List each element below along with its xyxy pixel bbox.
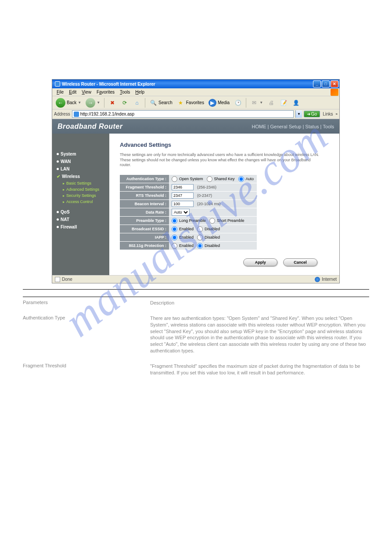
label-essid: Broadcast ESSID : [120, 225, 169, 233]
ctrl-gprotection: Enabled Disabled [169, 242, 257, 250]
menubar: File Edit View Favorites Tools Help [52, 88, 339, 96]
menu-file[interactable]: File [54, 89, 66, 95]
sidebar-sub-basic[interactable]: ▸Basic Settings [52, 180, 109, 186]
radio-shared-key[interactable]: Shared Key [207, 176, 235, 182]
ctrl-beacon: (20-1024 ms) [169, 200, 257, 208]
range-rts: (0-2347) [197, 193, 212, 198]
radio-long-preamble[interactable]: Long Preamble [172, 218, 206, 224]
history-button[interactable]: 🕑 [232, 98, 244, 108]
edit-icon: 📝 [280, 99, 288, 107]
sidebar-item-lan[interactable]: LAN [52, 165, 109, 173]
messenger-button[interactable]: 👤 [290, 98, 302, 108]
sub-label: Basic Settings [66, 181, 91, 185]
input-rts[interactable] [172, 192, 194, 199]
radio-iapp-disabled[interactable]: Disabled [197, 235, 220, 240]
stop-button[interactable]: ✖ [107, 98, 118, 108]
apply-button[interactable]: Apply [243, 258, 277, 266]
chevron-down-icon: ▼ [78, 101, 81, 105]
arrow-icon: ▸ [63, 200, 65, 204]
search-button[interactable]: 🔍Search [147, 98, 174, 108]
sidebar-sub-advanced[interactable]: ▸Advanced Settings [52, 186, 109, 192]
menu-edit[interactable]: Edit [66, 89, 79, 95]
sidebar-label: Firewall [61, 225, 77, 229]
menu-view[interactable]: View [79, 89, 94, 95]
input-fragment[interactable] [172, 184, 194, 190]
sidebar-sub-security[interactable]: ▸Security Settings [52, 192, 109, 199]
blurb-header-label: Parameters [23, 300, 150, 306]
menu-favorites[interactable]: Favorites [94, 89, 117, 95]
radio-gprot-enabled[interactable]: Enabled [172, 243, 194, 249]
radio-auto[interactable]: Auto [238, 176, 254, 182]
sidebar-sub-access[interactable]: ▸Access Control [52, 199, 109, 205]
ctrl-iapp: Enabled Disabled [169, 233, 257, 241]
address-input-wrapper [72, 110, 294, 118]
blurb-frag-text: "Fragment Threshold" specifies the maxim… [150, 363, 369, 376]
ctrl-essid: Enabled Disabled [169, 225, 257, 233]
home-icon: ⌂ [133, 99, 141, 107]
links-label[interactable]: Links [322, 112, 334, 116]
sidebar-item-wireless[interactable]: ✔Wireless [52, 173, 109, 180]
row-data-rate: Data Rate : Auto [120, 208, 329, 216]
status-bar: Done Internet [52, 275, 339, 283]
mail-button[interactable]: ✉▼ [248, 98, 265, 108]
address-dropdown[interactable]: ▼ [295, 110, 302, 118]
blurb-auth-label: Authentication Type [23, 315, 150, 354]
forward-button[interactable]: → ▼ [84, 97, 102, 109]
arrow-icon: ▸ [63, 188, 65, 192]
check-icon: ✔ [57, 174, 60, 179]
refresh-icon: ⟳ [121, 99, 129, 107]
blurb-header-text: Description [150, 300, 369, 306]
sidebar-item-nat[interactable]: NAT [52, 216, 109, 223]
cancel-button[interactable]: Cancel [283, 258, 317, 266]
ctrl-preamble: Long Preamble Short Preamble [169, 217, 257, 225]
close-button[interactable]: ✕ [331, 80, 338, 87]
refresh-button[interactable]: ⟳ [119, 98, 130, 108]
home-button[interactable]: ⌂ [131, 98, 143, 108]
menu-tools[interactable]: Tools [117, 89, 133, 95]
toolbar: ← Back ▼ → ▼ ✖ ⟳ ⌂ 🔍Search ★Favorites ▶M… [52, 96, 339, 109]
url-input[interactable] [80, 112, 292, 116]
radio-iapp-enabled[interactable]: Enabled [172, 235, 194, 240]
header-nav[interactable]: HOME | General Setup | Status | Tools [252, 124, 334, 129]
ctrl-rts: (0-2347) [169, 192, 257, 200]
media-button[interactable]: ▶Media [207, 98, 231, 108]
ctrl-auth-type: Open System Shared Key Auto [169, 175, 257, 183]
minimize-button[interactable]: _ [313, 80, 321, 87]
go-button[interactable]: ➜ Go [304, 111, 320, 117]
sidebar-item-wan[interactable]: WAN [52, 158, 109, 165]
print-button[interactable]: 🖨 [266, 98, 277, 108]
radio-short-preamble[interactable]: Short Preamble [209, 218, 245, 224]
radio-gprot-disabled[interactable]: Disabled [197, 243, 220, 249]
maximize-button[interactable]: □ [322, 80, 330, 87]
back-button[interactable]: ← Back ▼ [54, 97, 83, 109]
row-essid: Broadcast ESSID : Enabled Disabled [120, 225, 329, 233]
label-auth-type: Authentication Type : [120, 175, 169, 183]
back-icon: ← [56, 98, 65, 108]
links-chevron-icon[interactable]: » [336, 112, 338, 116]
radio-open-system[interactable]: Open System [172, 176, 203, 182]
chevron-down-icon: ▼ [259, 101, 263, 105]
input-beacon[interactable] [172, 201, 194, 207]
sidebar-item-qos[interactable]: QoS [52, 208, 109, 216]
label-data-rate: Data Rate : [120, 208, 169, 216]
blurb-row-fragment: Fragment Threshold "Fragment Threshold" … [23, 363, 369, 376]
separator [246, 98, 246, 108]
edit-button[interactable]: 📝 [278, 98, 289, 108]
menu-help[interactable]: Help [133, 89, 147, 95]
messenger-icon: 👤 [292, 99, 300, 107]
radio-essid-enabled[interactable]: Enabled [172, 226, 194, 232]
favorites-button[interactable]: ★Favorites [175, 98, 206, 108]
status-zone: Internet [322, 277, 337, 282]
address-label: Address [54, 112, 70, 116]
sidebar-label: LAN [61, 167, 70, 171]
label-gprotection: 802.11g Protection : [120, 242, 169, 250]
radio-essid-disabled[interactable]: Disabled [197, 226, 220, 232]
page-title: Advanced Settings [120, 141, 329, 148]
select-data-rate[interactable]: Auto [172, 209, 190, 216]
favorites-label: Favorites [186, 100, 204, 105]
bullet-icon [57, 226, 59, 228]
blurb-frag-label: Fragment Threshold [23, 363, 150, 376]
label-iapp: IAPP : [120, 233, 169, 241]
sidebar-item-firewall[interactable]: Firewall [52, 223, 109, 231]
sidebar-item-system[interactable]: System [52, 150, 109, 158]
